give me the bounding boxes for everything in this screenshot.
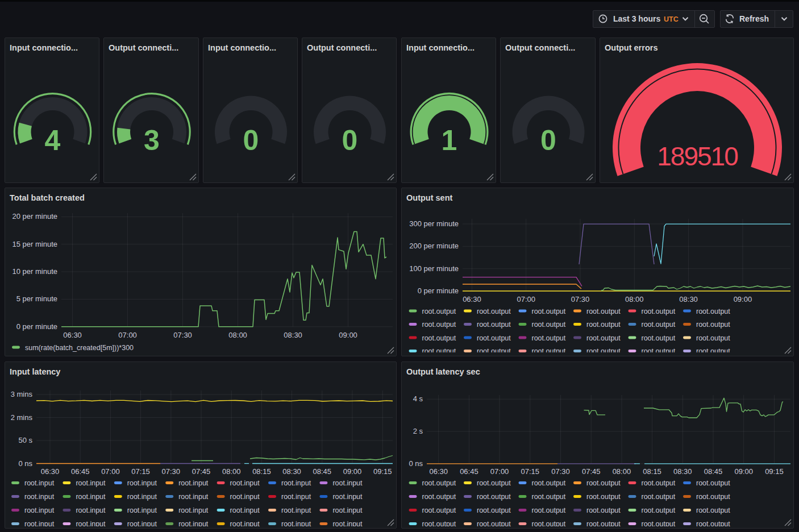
svg-text:08:00: 08:00	[228, 331, 247, 339]
svg-text:root.input: root.input	[332, 506, 363, 514]
svg-text:09:00: 09:00	[339, 331, 357, 339]
svg-text:root.output: root.output	[586, 321, 621, 329]
svg-text:0: 0	[243, 124, 259, 156]
svg-text:2 s: 2 s	[413, 427, 423, 435]
svg-text:09:00: 09:00	[343, 467, 362, 476]
svg-text:root.input: root.input	[178, 493, 209, 501]
svg-text:root.output: root.output	[477, 334, 511, 342]
svg-text:root.input: root.input	[178, 479, 209, 487]
svg-text:300 per minute: 300 per minute	[409, 219, 459, 228]
svg-text:5 per minute: 5 per minute	[16, 294, 57, 303]
svg-text:root.input: root.input	[76, 493, 106, 501]
svg-text:root.output: root.output	[532, 347, 566, 352]
svg-text:root.input: root.input	[24, 479, 55, 487]
svg-text:root.output: root.output	[586, 479, 621, 487]
svg-text:08:00: 08:00	[613, 467, 631, 476]
svg-text:0 per minute: 0 per minute	[418, 286, 459, 295]
svg-text:07:45: 07:45	[582, 467, 601, 476]
svg-text:root.input: root.input	[178, 520, 209, 526]
svg-text:07:30: 07:30	[173, 331, 192, 339]
svg-text:sum(rate(batch_created[5m]))*3: sum(rate(batch_created[5m]))*300	[25, 344, 134, 352]
svg-text:50 s: 50 s	[18, 436, 32, 444]
svg-text:08:45: 08:45	[704, 467, 723, 476]
svg-text:root.output: root.output	[586, 347, 621, 352]
svg-text:root.output: root.output	[586, 493, 621, 501]
svg-text:08:30: 08:30	[284, 331, 302, 339]
svg-text:root.output: root.output	[477, 347, 511, 352]
svg-text:0: 0	[540, 124, 556, 156]
svg-text:09:00: 09:00	[734, 467, 753, 476]
svg-text:root.input: root.input	[24, 506, 55, 514]
svg-text:07:00: 07:00	[517, 295, 535, 304]
svg-text:08:15: 08:15	[252, 467, 271, 476]
svg-text:root.output: root.output	[532, 334, 566, 342]
svg-text:Output connecti...: Output connecti...	[505, 43, 575, 52]
svg-text:root.output: root.output	[532, 506, 566, 514]
svg-text:09:00: 09:00	[734, 295, 752, 304]
svg-text:root.output: root.output	[422, 520, 456, 526]
svg-text:07:15: 07:15	[521, 467, 540, 476]
svg-text:06:30: 06:30	[63, 331, 82, 339]
svg-text:06:30: 06:30	[429, 467, 448, 476]
svg-text:root.input: root.input	[332, 520, 363, 526]
svg-text:root.input: root.input	[281, 493, 311, 501]
svg-text:09:15: 09:15	[765, 467, 784, 476]
svg-text:root.input: root.input	[281, 479, 311, 487]
svg-text:root.output: root.output	[477, 321, 511, 329]
svg-text:08:00: 08:00	[625, 295, 644, 304]
svg-text:10 per minute: 10 per minute	[13, 267, 58, 276]
svg-text:root.input: root.input	[230, 493, 260, 501]
svg-text:root.output: root.output	[532, 520, 566, 526]
svg-text:200 per minute: 200 per minute	[409, 242, 459, 250]
svg-text:08:30: 08:30	[282, 467, 301, 476]
svg-text:root.input: root.input	[76, 479, 106, 487]
svg-text:root.output: root.output	[696, 493, 730, 501]
svg-text:Input connectio...: Input connectio...	[10, 43, 78, 52]
svg-text:root.output: root.output	[477, 493, 511, 501]
svg-text:root.output: root.output	[696, 307, 730, 315]
svg-text:root.input: root.input	[281, 506, 311, 514]
svg-text:07:00: 07:00	[490, 467, 509, 476]
svg-text:Total batch created: Total batch created	[10, 193, 85, 202]
svg-text:root.output: root.output	[696, 321, 730, 329]
svg-text:root.input: root.input	[230, 520, 260, 526]
svg-text:root.input: root.input	[24, 493, 55, 501]
svg-text:1: 1	[442, 124, 457, 156]
svg-text:root.input: root.input	[127, 520, 157, 526]
svg-text:09:15: 09:15	[373, 467, 392, 476]
svg-text:0: 0	[342, 124, 358, 156]
svg-text:07:30: 07:30	[162, 467, 181, 476]
svg-text:08:30: 08:30	[679, 295, 698, 304]
svg-text:root.output: root.output	[586, 307, 621, 315]
svg-text:4 s: 4 s	[413, 394, 423, 403]
svg-text:20 per minute: 20 per minute	[13, 212, 58, 221]
svg-text:0 ns: 0 ns	[409, 459, 423, 468]
svg-text:root.output: root.output	[696, 334, 730, 342]
svg-text:root.output: root.output	[642, 520, 676, 526]
svg-text:root.output: root.output	[477, 307, 511, 315]
svg-text:4: 4	[45, 124, 61, 156]
svg-text:08:15: 08:15	[643, 467, 661, 476]
svg-text:root.output: root.output	[642, 506, 676, 514]
svg-text:root.output: root.output	[642, 334, 676, 342]
svg-text:root.input: root.input	[230, 479, 260, 487]
svg-text:07:00: 07:00	[101, 467, 120, 476]
svg-text:06:30: 06:30	[463, 295, 481, 304]
svg-text:root.input: root.input	[332, 479, 363, 487]
svg-text:root.output: root.output	[422, 506, 456, 514]
svg-text:3: 3	[144, 124, 160, 156]
svg-text:3 mins: 3 mins	[11, 390, 33, 398]
svg-text:root.output: root.output	[642, 307, 676, 315]
svg-text:root.input: root.input	[230, 506, 260, 514]
svg-text:root.output: root.output	[422, 347, 456, 352]
svg-text:root.output: root.output	[477, 520, 511, 526]
svg-text:08:30: 08:30	[673, 467, 692, 476]
svg-text:root.output: root.output	[477, 506, 511, 514]
svg-text:Output connecti...: Output connecti...	[109, 43, 178, 52]
svg-text:root.input: root.input	[127, 506, 157, 514]
svg-text:root.input: root.input	[281, 520, 311, 526]
svg-text:root.input: root.input	[76, 506, 106, 514]
svg-text:06:45: 06:45	[460, 467, 478, 476]
svg-text:root.output: root.output	[422, 321, 456, 329]
svg-text:Output latency sec: Output latency sec	[406, 367, 480, 376]
